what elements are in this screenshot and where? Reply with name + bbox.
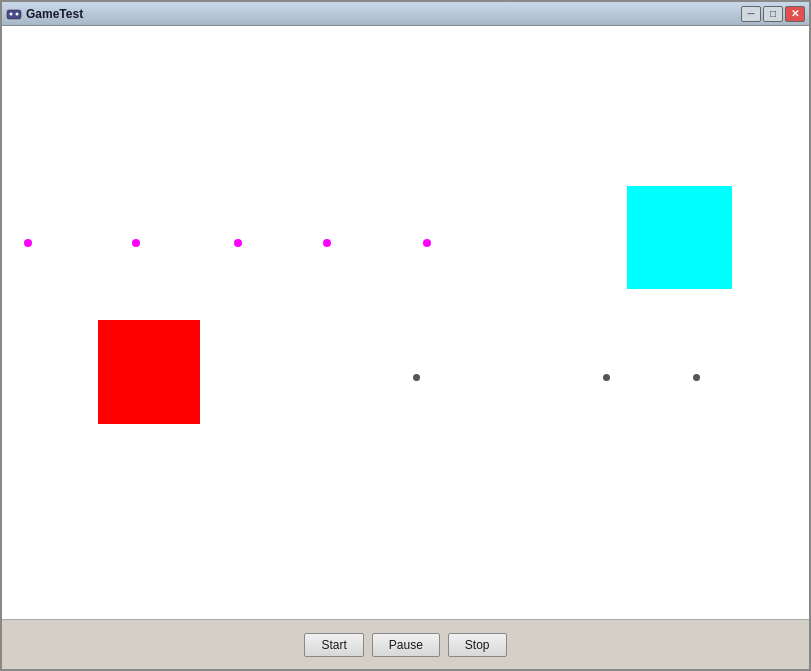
maximize-button[interactable]: □ [763, 6, 783, 22]
title-bar-left: GameTest [6, 6, 83, 22]
red-rectangle [98, 320, 200, 424]
svg-point-2 [16, 12, 19, 15]
main-window: GameTest ─ □ ✕ Start Pause Stop [0, 0, 811, 671]
start-button[interactable]: Start [304, 633, 363, 657]
magenta-dot-1 [24, 239, 32, 247]
dark-dot-3 [693, 374, 700, 381]
magenta-dot-2 [132, 239, 140, 247]
bottom-toolbar: Start Pause Stop [2, 619, 809, 669]
game-canvas [2, 26, 809, 619]
magenta-dot-5 [423, 239, 431, 247]
pause-button[interactable]: Pause [372, 633, 440, 657]
window-title: GameTest [26, 7, 83, 21]
cyan-rectangle [627, 186, 732, 289]
stop-button[interactable]: Stop [448, 633, 507, 657]
svg-rect-0 [7, 10, 21, 19]
dark-dot-2 [603, 374, 610, 381]
svg-point-1 [10, 12, 13, 15]
title-bar-buttons: ─ □ ✕ [741, 6, 805, 22]
magenta-dot-3 [234, 239, 242, 247]
game-icon [6, 6, 22, 22]
minimize-button[interactable]: ─ [741, 6, 761, 22]
title-bar: GameTest ─ □ ✕ [2, 2, 809, 26]
dark-dot-1 [413, 374, 420, 381]
close-button[interactable]: ✕ [785, 6, 805, 22]
magenta-dot-4 [323, 239, 331, 247]
